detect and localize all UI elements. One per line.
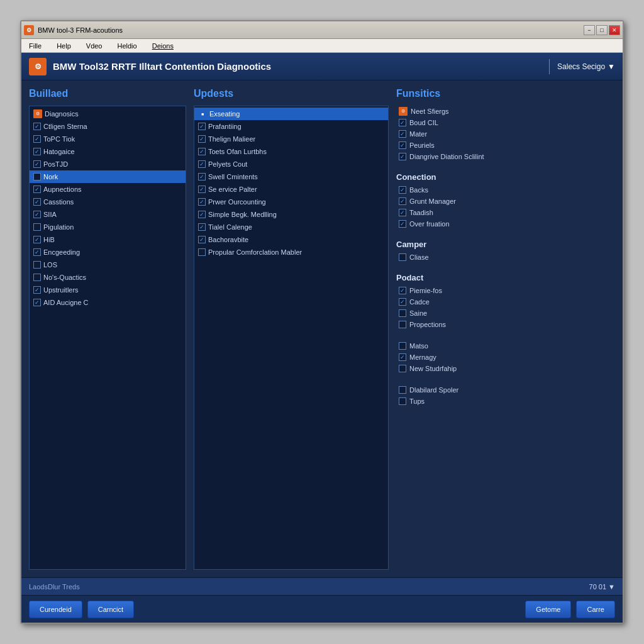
list-item[interactable]: Prafantiing [194, 120, 388, 133]
restore-button[interactable]: □ [596, 25, 608, 35]
list-item[interactable]: Toets Ofan Lurtbhs [194, 145, 388, 158]
item-checkbox[interactable] [33, 123, 41, 130]
menu-fille[interactable]: Fille [26, 41, 44, 51]
item-checkbox[interactable] [399, 287, 406, 294]
item-checkbox[interactable] [33, 211, 41, 218]
item-checkbox[interactable] [198, 198, 206, 206]
list-item[interactable]: HiB [30, 233, 186, 246]
item-checkbox[interactable] [198, 123, 206, 130]
item-checkbox[interactable] [198, 223, 206, 231]
list-item[interactable]: Prwer Ourcounting [194, 196, 388, 208]
menu-vdeo[interactable]: Vdeo [84, 41, 105, 51]
list-item[interactable]: Hatogaice [30, 145, 186, 158]
list-item[interactable]: SIIA [30, 208, 186, 221]
list-item[interactable]: Propular Comforclation Mabler [194, 246, 388, 258]
list-item[interactable]: Pigulation [30, 221, 186, 233]
section-item[interactable]: Boud CIL [396, 117, 615, 128]
list-item[interactable]: ToPC Tiok [30, 133, 186, 145]
list-item[interactable]: Tialel Calenge [194, 221, 388, 233]
item-checkbox[interactable] [33, 160, 41, 168]
list-item[interactable]: Pelyets Cout [194, 158, 388, 170]
list-item[interactable]: Casstions [30, 196, 186, 208]
item-checkbox[interactable] [399, 130, 406, 138]
curendeid-button[interactable]: Curendeid [29, 601, 82, 618]
menu-heldio[interactable]: Heldio [115, 41, 140, 51]
item-checkbox[interactable] [198, 160, 206, 168]
item-checkbox[interactable] [33, 299, 41, 306]
section-item[interactable]: Over fruation [396, 218, 615, 230]
item-checkbox[interactable] [198, 148, 206, 155]
list-item[interactable]: AID Aucigne C [30, 296, 186, 309]
section-item[interactable]: Grunt Manager [396, 196, 615, 207]
item-checkbox[interactable] [399, 342, 406, 350]
section-item[interactable]: Cliase [396, 252, 615, 263]
item-checkbox[interactable] [33, 198, 41, 206]
item-checkbox[interactable] [198, 186, 206, 193]
section-item[interactable]: Piemie-fos [396, 285, 615, 296]
section-item[interactable]: New Studrfahip [396, 363, 615, 374]
list-item[interactable]: Aupnections [30, 183, 186, 196]
item-checkbox[interactable] [198, 135, 206, 143]
item-checkbox[interactable] [33, 148, 41, 155]
section-item[interactable]: Mater [396, 128, 615, 140]
item-checkbox[interactable] [399, 142, 406, 149]
menu-help[interactable]: Help [54, 41, 74, 51]
item-checkbox[interactable] [33, 274, 41, 281]
item-checkbox[interactable] [399, 209, 406, 216]
item-checkbox[interactable] [198, 248, 206, 256]
header-select[interactable]: Salecs Secigo ▼ [557, 62, 615, 71]
list-item[interactable]: PosTJD [30, 158, 186, 170]
item-checkbox[interactable] [399, 365, 406, 372]
item-checkbox[interactable] [399, 153, 406, 160]
section-item[interactable]: Diangrive Diation Sclilint [396, 151, 615, 162]
section-item[interactable]: Propections [396, 319, 615, 330]
item-checkbox[interactable] [33, 135, 41, 143]
minimize-button[interactable]: − [584, 25, 595, 35]
item-checkbox[interactable] [399, 298, 406, 306]
getome-button[interactable]: Getome [525, 601, 571, 618]
carncict-button[interactable]: Carncict [87, 601, 134, 618]
status-number[interactable]: 70 01 ▼ [589, 583, 615, 591]
list-item[interactable]: Bachoravbite [194, 233, 388, 246]
section-item[interactable]: ⚙ Neet Sfiergs [396, 106, 615, 117]
list-item-selected[interactable]: ■ Exseating [194, 108, 388, 120]
section-item[interactable]: Matso [396, 340, 615, 352]
item-checkbox[interactable] [399, 220, 406, 228]
item-checkbox[interactable] [399, 353, 406, 361]
list-item[interactable]: Ctligen Sterna [30, 120, 186, 133]
item-checkbox[interactable] [198, 236, 206, 243]
section-item[interactable]: Tups [396, 396, 615, 407]
list-item[interactable]: Upstruitlers [30, 284, 186, 296]
list-item[interactable]: No's-Quactics [30, 271, 186, 284]
item-checkbox[interactable] [33, 286, 41, 294]
item-checkbox[interactable] [399, 197, 406, 205]
middle-list[interactable]: ■ Exseating Prafantiing Thelign Malieer … [194, 106, 388, 569]
section-item[interactable]: Backs [396, 184, 615, 196]
list-item[interactable]: Thelign Malieer [194, 133, 388, 145]
left-list[interactable]: ⚙ Diagnosics Ctligen Sterna ToPC Tiok [30, 106, 186, 569]
list-item[interactable]: Encgeeding [30, 246, 186, 258]
menu-deions[interactable]: Deions [150, 41, 176, 51]
item-checkbox[interactable] [33, 248, 41, 256]
item-checkbox[interactable] [33, 223, 41, 231]
section-item[interactable]: Cadce [396, 296, 615, 308]
item-checkbox[interactable] [399, 253, 406, 261]
item-checkbox[interactable] [399, 397, 406, 405]
item-checkbox[interactable] [399, 186, 406, 194]
list-item[interactable]: ⚙ Diagnosics [30, 108, 186, 120]
close-button[interactable]: ✕ [609, 25, 620, 35]
item-checkbox[interactable] [33, 173, 41, 180]
section-item[interactable]: Taadish [396, 207, 615, 218]
list-item[interactable]: Swell Cmintents [194, 170, 388, 183]
item-checkbox[interactable] [399, 321, 406, 328]
item-checkbox[interactable] [399, 309, 406, 317]
item-checkbox[interactable] [399, 119, 406, 126]
item-checkbox[interactable] [399, 386, 406, 394]
item-checkbox[interactable] [33, 236, 41, 243]
item-checkbox[interactable] [33, 261, 41, 269]
list-item[interactable]: LOS [30, 258, 186, 271]
section-item[interactable]: Saine [396, 308, 615, 319]
carre-button[interactable]: Carre [576, 601, 615, 618]
list-item[interactable]: Simple Begk. Medlling [194, 208, 388, 221]
section-item[interactable]: Peuriels [396, 140, 615, 151]
